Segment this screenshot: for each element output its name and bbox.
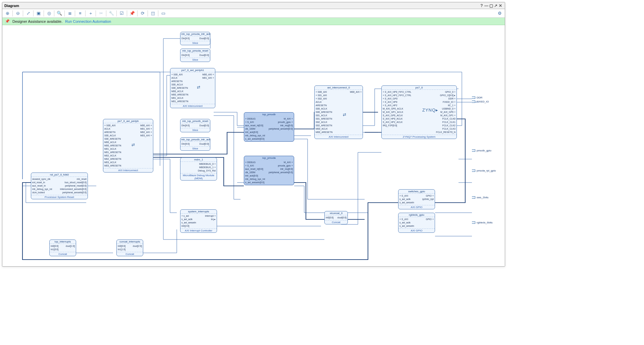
port-label[interactable]: ip2intc_irpt (418, 198, 434, 201)
port-label[interactable]: FCLK_RESET0_N (420, 131, 456, 134)
port-sws-2bits[interactable]: sws_2bits (472, 196, 488, 199)
port-label[interactable]: FCLK_CLK2 (420, 124, 456, 127)
port-label[interactable]: M03_AXI + (129, 134, 152, 137)
port-label[interactable]: aux_reset_in[0:0] (245, 167, 267, 171)
port-label[interactable]: + S_AXI (245, 121, 267, 124)
port-label[interactable]: S_AXI_GP0_ACLK (383, 114, 418, 117)
port-label[interactable]: FCLK_CLK0 (420, 117, 456, 121)
port-label[interactable]: mb_debug_sys_rst (32, 188, 58, 191)
port-label[interactable]: In0[0:0] (118, 245, 129, 248)
block-concat-interrupts[interactable]: concat_interrupts In0[0:0]In1[1:0]dout[2… (116, 239, 143, 256)
port-label[interactable]: DDR + (420, 97, 456, 100)
port-label[interactable]: S00_ACLK (104, 134, 127, 137)
port-label[interactable]: In0[0:0] (51, 245, 62, 248)
port-label[interactable]: M02_ARESETN (104, 157, 127, 161)
port-label[interactable]: M01_AXI + (194, 76, 214, 80)
port-label[interactable]: M_AXI + (269, 117, 293, 121)
block-axi-periph1[interactable]: ps7_0_axi_periph1 + S00_AXIACLKARESETNS0… (170, 68, 215, 108)
port-label[interactable]: + S_AXI (399, 218, 416, 221)
block-xlconcat0[interactable]: xlconcat_0 In0[0:0]dout[0:0] Concat (324, 211, 348, 224)
port-label[interactable]: GPIO_O[9:0] ▸ (420, 94, 456, 97)
minimize-icon[interactable]: — (484, 3, 489, 8)
block-axi-interconnect0[interactable]: axi_interconnect_0 + S00_AXI+ S01_AXI+ S… (314, 85, 363, 139)
port-label[interactable]: + DEBUG (245, 117, 267, 121)
port-label[interactable]: + S_AXI_HP0 (383, 100, 418, 104)
port-label[interactable]: + S_AXI_HP0_FIFO_CTRL (383, 90, 418, 94)
pin-button[interactable]: 📌 (128, 10, 136, 17)
zoom-in-button[interactable]: ⊕ (4, 10, 11, 17)
port-label[interactable]: M01_AXI + (129, 127, 152, 131)
port-label[interactable]: S00_ACLK (316, 107, 338, 111)
port-label[interactable]: M03_ACLK (104, 161, 127, 164)
port-label[interactable]: clk_100M (245, 171, 267, 174)
port-label[interactable]: M01_ACLK (104, 147, 127, 151)
port-label[interactable]: + S_AXI_GP0 (383, 97, 418, 100)
port-label[interactable]: interconnect_aresetn[0:0] (60, 188, 87, 191)
block-iop-pmodb[interactable]: iop_pmodb + DEBUG+ S_AXIaux_reset_in[0:0… (244, 112, 294, 142)
port-label[interactable]: FCLK_CLK1 (420, 121, 456, 124)
expand-button[interactable]: ≡ (76, 10, 84, 17)
port-label[interactable]: S00_ARESETN (104, 137, 127, 141)
port-label[interactable]: S00_ARESETN (316, 111, 338, 114)
port-label[interactable]: IRQ_F2P[0:0] (383, 124, 418, 127)
zoom-area-button[interactable]: ▣ (35, 10, 42, 17)
popout-icon[interactable]: ↗ (493, 3, 498, 8)
layout-button[interactable]: ◫ (149, 10, 157, 17)
port-label[interactable]: S00_ARESETN (171, 86, 192, 90)
port-fixed-io[interactable]: FIXED_IO (472, 100, 489, 103)
search-button[interactable]: 🔍 (56, 10, 63, 17)
port-label[interactable]: M02_AXI + (129, 131, 152, 134)
block-rst-ps7[interactable]: rst_ps7_0_fclk0 slowest_sync_clkext_rese… (31, 172, 88, 199)
port-label[interactable]: FCLK_CLK3 (420, 127, 456, 131)
block-iop-interrupts[interactable]: iop_interrupts In0[0:0]In1[0:0]dout[1:0]… (49, 239, 76, 256)
block-ps7[interactable]: ps7_0 + S_AXI_HP0_FIFO_CTRL+ S_AXI_HP2_F… (381, 85, 457, 139)
port-label[interactable]: M01_ARESETN (104, 151, 127, 154)
port-label[interactable]: M00_ARESETN (171, 93, 192, 96)
port-label[interactable]: ARESETN (104, 131, 127, 134)
port-label[interactable]: s_axi_aclk (399, 221, 416, 224)
port-label[interactable]: FIXED_IO + (420, 100, 456, 104)
port-label[interactable]: ARESETN (316, 104, 338, 107)
port-label[interactable]: In1[1:0] (118, 248, 129, 251)
port-label[interactable]: s_axi_aresetn (181, 221, 198, 224)
block-iop-pmoda[interactable]: iop_pmoda + DEBUG+ S_AXIaux_reset_in[0:0… (244, 156, 294, 185)
port-label[interactable]: dout[2:0] (131, 245, 142, 248)
restore-icon[interactable]: ▢ (489, 3, 493, 8)
port-label[interactable]: clk_100M (245, 127, 267, 131)
collapse-button[interactable]: ≣ (66, 10, 73, 17)
port-label[interactable]: peripheral_aresetn[0:0] (269, 171, 293, 174)
port-label[interactable]: intr_ack[0:0] (245, 174, 267, 178)
port-label[interactable]: M02_ACLK (104, 154, 127, 157)
port-label[interactable]: interrupt + (200, 214, 216, 218)
port-label[interactable]: + S01_AXI (316, 94, 338, 97)
port-label[interactable]: ext_reset_in (32, 181, 58, 184)
port-label[interactable]: S_AXI_HP2_ACLK (383, 121, 418, 124)
port-label[interactable]: ACLK (316, 100, 338, 104)
port-label[interactable]: ACLK (171, 76, 192, 80)
block-switches-gpio[interactable]: switches_gpio + S_AXIs_axi_aclks_axi_are… (398, 189, 435, 209)
port-label[interactable]: M00_ACLK (171, 90, 192, 93)
port-label[interactable]: peripheral_aresetn[0:0] (269, 127, 293, 131)
port-label[interactable]: intr_req[0:0] (269, 124, 293, 127)
port-label[interactable]: ACLK (104, 127, 127, 131)
center-button[interactable]: ◎ (45, 10, 53, 17)
block-system-interrupts[interactable]: system_interrupts + s_axis_axi_aclks_axi… (180, 209, 217, 233)
port-label[interactable]: + S_AXI_HP2_FIFO_CTRL (383, 94, 418, 97)
port-label[interactable]: + S00_AXI (316, 90, 338, 94)
port-pmoda-rpi-gpio[interactable]: pmoda_rpi_gpio (472, 169, 496, 172)
port-label[interactable]: dcm_locked (32, 191, 58, 194)
port-label[interactable]: + DEBUG (245, 161, 267, 164)
port-label[interactable]: M_AXI + (269, 161, 293, 164)
port-label[interactable]: s_axi_aresetn[0:0] (245, 181, 267, 184)
port-label[interactable]: GPIO_0 + (420, 90, 456, 94)
port-label[interactable]: intr_req[0:0] (269, 167, 293, 171)
close-icon[interactable]: ✕ (498, 3, 503, 8)
port-label[interactable]: peripheral_reset[0:0] (60, 184, 87, 188)
port-label[interactable]: + S_AXI_HP2 (383, 104, 418, 107)
port-rgbleds-6bits[interactable]: rgbleds_6bits (472, 221, 493, 224)
block-slice2[interactable]: mb_iop_pmoda_reset Din[9:0] Dout[0:0] Sl… (180, 49, 210, 62)
port-label[interactable]: s_axi_aresetn[0:0] (245, 137, 267, 141)
port-label[interactable]: S_AXI_HP0_ACLK (383, 117, 418, 121)
port-label[interactable]: S02_ACLK (316, 121, 338, 124)
port-label[interactable]: M03_ARESETN (104, 164, 127, 167)
